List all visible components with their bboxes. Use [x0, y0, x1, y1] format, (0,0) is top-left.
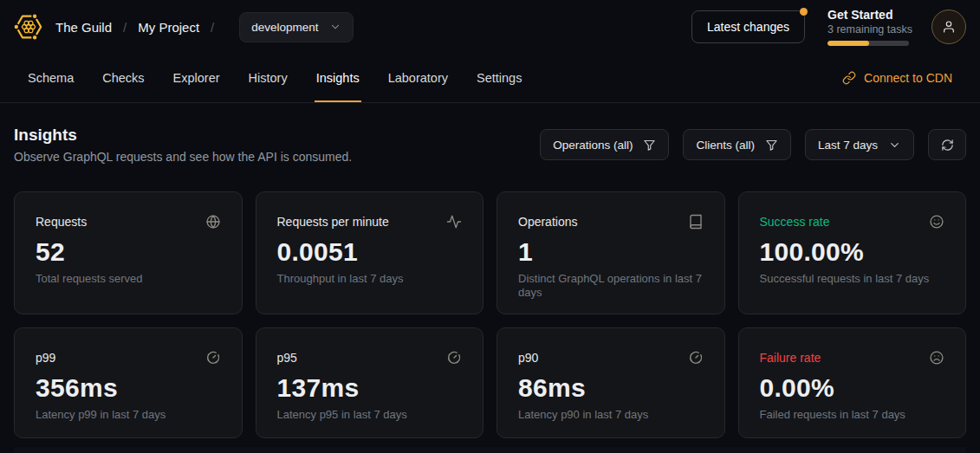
stat-card-requests: Requests 52 Total requests served — [14, 191, 243, 314]
target-selector[interactable]: development — [239, 12, 353, 42]
filter-funnel-icon — [643, 139, 656, 152]
hive-logo-icon[interactable] — [14, 12, 43, 42]
frown-icon — [929, 350, 944, 366]
globe-icon — [205, 214, 221, 230]
period-select-button[interactable]: Last 7 days — [805, 129, 914, 160]
tab-history[interactable]: History — [249, 54, 288, 102]
stat-card-title: p95 — [277, 351, 297, 365]
breadcrumb-separator: / — [211, 20, 214, 35]
latest-changes-label: Latest changes — [707, 20, 789, 34]
stat-card-failure-rate: Failure rate 0.00% Failed requests in la… — [738, 327, 967, 438]
stat-card-title: p99 — [36, 351, 55, 365]
gauge-icon — [446, 350, 462, 366]
top-header: The Guild / My Project / development Lat… — [0, 0, 980, 54]
stat-card-description: Total requests served — [36, 272, 221, 286]
get-started-progress-bar — [827, 41, 909, 46]
chevron-down-icon — [888, 139, 901, 152]
smile-icon — [929, 214, 944, 230]
filter-funnel-icon — [765, 139, 778, 152]
stat-card-success-rate: Success rate 100.00% Successful requests… — [738, 191, 967, 314]
breadcrumb: The Guild / My Project / — [55, 20, 225, 35]
stat-card-title: Operations — [518, 215, 577, 229]
stat-card-value: 0.00% — [760, 373, 945, 403]
stat-card-description: Latency p90 in last 7 days — [518, 408, 704, 422]
get-started-subtitle: 3 remaining tasks — [827, 23, 909, 36]
user-icon — [942, 20, 956, 34]
stat-card-value: 86ms — [518, 373, 704, 403]
latest-changes-button[interactable]: Latest changes — [691, 10, 805, 43]
tab-settings[interactable]: Settings — [477, 54, 522, 102]
book-icon — [688, 214, 704, 230]
gauge-icon — [205, 350, 221, 366]
stat-card-description: Failed requests in last 7 days — [760, 408, 945, 422]
stat-card-value: 100.00% — [760, 237, 945, 267]
stat-card-p90: p90 86ms Latency p90 in last 7 days — [496, 327, 725, 438]
stat-card-value: 52 — [36, 237, 221, 267]
stat-card-description: Throughput in last 7 days — [277, 272, 463, 286]
filters-toolbar: Operations (all) Clients (all) Last 7 da… — [540, 129, 966, 160]
stat-card-title: p90 — [518, 351, 538, 365]
stat-card-description: Latency p99 in last 7 days — [36, 408, 221, 422]
stat-card-p95: p95 137ms Latency p95 in last 7 days — [256, 327, 484, 438]
stat-card-p99: p99 356ms Latency p99 in last 7 days — [14, 327, 243, 438]
bottom-strip — [14, 447, 966, 453]
tab-insights[interactable]: Insights — [316, 54, 360, 102]
stat-card-title: Requests per minute — [277, 215, 389, 229]
activity-icon — [446, 214, 462, 230]
connect-to-cdn-link[interactable]: Connect to CDN — [842, 54, 952, 102]
clients-filter-label: Clients (all) — [696, 139, 755, 152]
operations-filter-label: Operations (all) — [553, 139, 633, 152]
operations-filter-button[interactable]: Operations (all) — [540, 129, 669, 160]
user-avatar[interactable] — [931, 10, 966, 44]
tab-laboratory[interactable]: Laboratory — [388, 54, 448, 102]
page-titles: Insights Observe GraphQL requests and se… — [14, 126, 352, 164]
tab-explorer[interactable]: Explorer — [173, 54, 220, 102]
page-header: Insights Observe GraphQL requests and se… — [14, 120, 966, 169]
breadcrumb-project[interactable]: My Project — [138, 20, 199, 35]
get-started-widget[interactable]: Get Started 3 remaining tasks — [827, 8, 909, 46]
tab-schema[interactable]: Schema — [28, 54, 74, 102]
page-title: Insights — [14, 126, 352, 145]
refresh-button[interactable] — [928, 129, 966, 160]
chevron-down-icon — [329, 21, 341, 33]
stat-card-value: 137ms — [277, 373, 463, 403]
stat-card-value: 1 — [518, 237, 704, 267]
stat-card-description: Successful requests in last 7 days — [760, 272, 945, 286]
main-nav: Schema Checks Explorer History Insights … — [0, 54, 980, 103]
stat-card-description: Latency p95 in last 7 days — [277, 408, 463, 422]
clients-filter-button[interactable]: Clients (all) — [683, 129, 791, 160]
stat-cards-grid: Requests 52 Total requests served Reques… — [14, 191, 966, 438]
header-right: Latest changes Get Started 3 remaining t… — [691, 8, 966, 46]
stat-card-title: Success rate — [760, 215, 830, 229]
stat-card-operations: Operations 1 Distinct GraphQL operations… — [496, 191, 725, 314]
link-icon — [842, 71, 856, 85]
insights-page: Insights Observe GraphQL requests and se… — [0, 120, 980, 453]
connect-to-cdn-label: Connect to CDN — [864, 71, 952, 85]
stat-card-description: Distinct GraphQL operations in last 7 da… — [518, 272, 704, 301]
stat-card-title: Failure rate — [760, 351, 821, 365]
get-started-title: Get Started — [827, 8, 909, 22]
breadcrumb-org[interactable]: The Guild — [55, 20, 112, 35]
period-select-label: Last 7 days — [818, 139, 878, 152]
refresh-icon — [941, 139, 954, 152]
breadcrumb-separator: / — [123, 20, 127, 35]
get-started-progress-fill — [827, 41, 869, 46]
target-selector-value: development — [251, 21, 318, 34]
notification-dot — [800, 8, 808, 16]
stat-card-requests-per-minute: Requests per minute 0.0051 Throughput in… — [256, 191, 484, 314]
stat-card-value: 356ms — [36, 373, 221, 403]
gauge-icon — [688, 350, 704, 366]
stat-card-title: Requests — [36, 215, 87, 229]
stat-card-value: 0.0051 — [277, 237, 463, 267]
tab-checks[interactable]: Checks — [102, 54, 144, 102]
page-subtitle: Observe GraphQL requests and see how the… — [14, 150, 352, 164]
